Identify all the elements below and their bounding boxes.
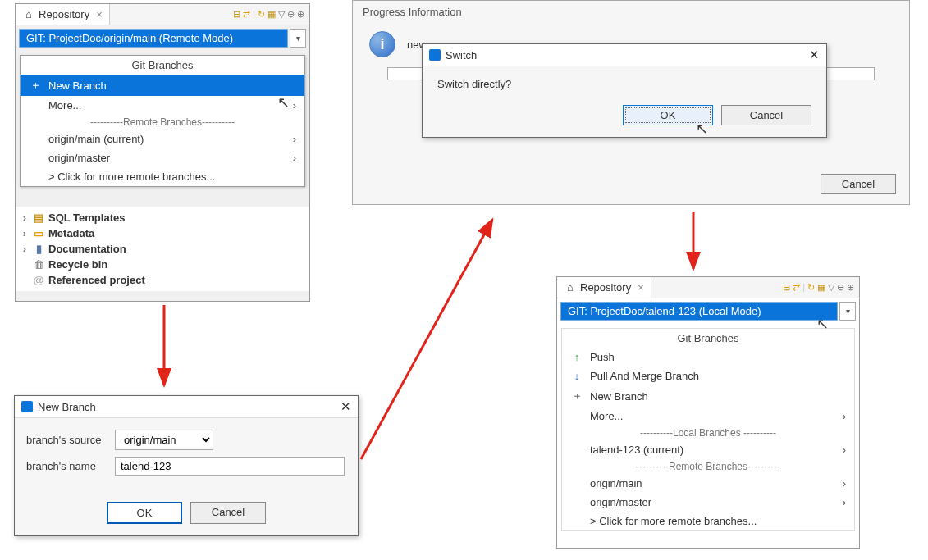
expander-icon[interactable]: › bbox=[21, 243, 29, 255]
git-branches-menu: Git Branches ＋ New Branch More... › ----… bbox=[20, 55, 305, 187]
tab-label: Repository bbox=[580, 281, 631, 294]
tab-bar: ⌂ Repository × ⊟ ⇄ | ↻ ▦ ▽ ⊖ ⊕ bbox=[16, 4, 309, 25]
chevron-right-icon: › bbox=[843, 410, 846, 422]
menu-item-label: origin/main (current) bbox=[48, 133, 144, 145]
tab-repository[interactable]: ⌂ Repository × bbox=[16, 4, 110, 25]
menu-more-remote[interactable]: > Click for more remote branches... bbox=[21, 167, 304, 186]
menu-title: Git Branches bbox=[21, 56, 304, 75]
app-icon bbox=[21, 401, 33, 412]
expander-icon[interactable]: › bbox=[21, 212, 29, 224]
menu-more-remote[interactable]: > Click for more remote branches... bbox=[562, 512, 854, 530]
tree-metadata[interactable]: ›▭Metadata bbox=[16, 225, 309, 241]
info-icon: i bbox=[369, 31, 395, 57]
menu-more[interactable]: More... › bbox=[562, 407, 854, 426]
refresh-icon[interactable]: ↻ bbox=[258, 10, 265, 19]
chevron-right-icon: › bbox=[843, 477, 846, 489]
up-arrow-icon: ↑ bbox=[570, 351, 583, 363]
dropdown-toggle-button[interactable]: ▾ bbox=[839, 302, 856, 321]
link-icon: @ bbox=[32, 274, 45, 286]
menu-new-branch[interactable]: ＋ New Branch bbox=[562, 385, 854, 407]
list-icon[interactable]: ▦ bbox=[267, 10, 276, 19]
remote-branches-header: ----------Remote Branches---------- bbox=[562, 459, 854, 474]
menu-item-label: origin/master bbox=[590, 496, 651, 508]
chevron-right-icon: › bbox=[293, 152, 296, 164]
close-icon[interactable]: ✕ bbox=[341, 399, 351, 414]
progress-title: Progress Information bbox=[353, 1, 909, 23]
maximize-icon[interactable]: ⊕ bbox=[847, 283, 854, 292]
plus-icon: ＋ bbox=[570, 389, 583, 403]
chevron-down-icon: ▾ bbox=[846, 307, 850, 316]
collapse-icon[interactable]: ⊟ bbox=[233, 10, 240, 19]
menu-local-talend-123[interactable]: talend-123 (current) › bbox=[562, 440, 854, 459]
menu-title: Git Branches bbox=[562, 329, 854, 348]
menu-item-label: New Branch bbox=[48, 80, 107, 92]
chevron-down-icon: ▾ bbox=[296, 34, 300, 43]
menu-remote-origin-master[interactable]: origin/master › bbox=[562, 493, 854, 512]
close-icon[interactable]: ✕ bbox=[809, 48, 820, 62]
remote-branches-header: ----------Remote Branches---------- bbox=[21, 115, 304, 130]
branch-name-input[interactable] bbox=[115, 457, 345, 476]
view-menu-icon[interactable]: ▽ bbox=[828, 283, 834, 292]
menu-new-branch[interactable]: ＋ New Branch bbox=[21, 75, 304, 96]
tree-sql-templates[interactable]: ›▤SQL Templates bbox=[16, 210, 309, 225]
view-menu-icon[interactable]: ▽ bbox=[278, 10, 285, 19]
menu-item-label: > Click for more remote branches... bbox=[48, 171, 215, 183]
minimize-icon[interactable]: ⊖ bbox=[287, 10, 295, 19]
maximize-icon[interactable]: ⊕ bbox=[297, 10, 304, 19]
menu-item-label: More... bbox=[48, 99, 81, 112]
source-label: branch's source bbox=[26, 434, 108, 446]
branch-selector[interactable]: GIT: ProjectDoc/origin/main (Remote Mode… bbox=[19, 29, 288, 48]
tab-label: Repository bbox=[39, 8, 89, 20]
dropdown-toggle-button[interactable]: ▾ bbox=[290, 29, 306, 48]
menu-item-label: Pull And Merge Branch bbox=[590, 370, 699, 382]
menu-push[interactable]: ↑ Push bbox=[562, 348, 854, 367]
ok-button[interactable]: OK bbox=[107, 502, 182, 524]
menu-item-label: talend-123 (current) bbox=[590, 444, 683, 456]
switch-dialog: Switch ✕ Switch directly? OK Cancel bbox=[422, 43, 827, 138]
minimize-icon[interactable]: ⊖ bbox=[837, 283, 844, 292]
file-icon: ▤ bbox=[32, 212, 45, 224]
tree-documentation[interactable]: ›▮Documentation bbox=[16, 241, 309, 257]
menu-item-label: origin/master bbox=[48, 152, 110, 164]
expander-icon[interactable]: › bbox=[21, 227, 29, 239]
branch-selector[interactable]: GIT: ProjectDoc/talend-123 (Local Mode) bbox=[560, 302, 838, 321]
progress-cancel-button[interactable]: Cancel bbox=[821, 174, 896, 194]
app-icon bbox=[429, 49, 441, 61]
repository-panel-1: ⌂ Repository × ⊟ ⇄ | ↻ ▦ ▽ ⊖ ⊕ GIT: Proj… bbox=[15, 3, 310, 302]
collapse-icon[interactable]: ⊟ bbox=[783, 283, 790, 292]
tab-tools: ⊟ ⇄ | ↻ ▦ ▽ ⊖ ⊕ bbox=[233, 10, 309, 19]
name-label: branch's name bbox=[26, 460, 108, 472]
svg-line-1 bbox=[361, 220, 492, 459]
menu-remote-origin-master[interactable]: origin/master › bbox=[21, 148, 304, 167]
ok-button[interactable]: OK bbox=[623, 105, 713, 125]
cancel-button[interactable]: Cancel bbox=[190, 502, 266, 524]
menu-more[interactable]: More... › bbox=[21, 96, 304, 115]
sync-icon[interactable]: ⇄ bbox=[243, 10, 250, 19]
menu-remote-origin-main[interactable]: origin/main › bbox=[562, 474, 854, 493]
home-icon: ⌂ bbox=[22, 8, 35, 20]
refresh-icon[interactable]: ↻ bbox=[807, 283, 815, 292]
list-icon[interactable]: ▦ bbox=[817, 283, 825, 292]
menu-pull-merge[interactable]: ↓ Pull And Merge Branch bbox=[562, 367, 854, 385]
dialog-message: Switch directly? bbox=[437, 78, 811, 90]
chevron-right-icon: › bbox=[843, 496, 846, 508]
close-tab-icon[interactable]: × bbox=[638, 281, 644, 294]
menu-item-label: New Branch bbox=[590, 390, 648, 403]
menu-remote-origin-main[interactable]: origin/main (current) › bbox=[21, 130, 304, 148]
trash-icon: 🗑 bbox=[32, 258, 45, 271]
menu-item-label: Push bbox=[590, 351, 615, 363]
dialog-title: New Branch bbox=[38, 401, 96, 413]
book-icon: ▮ bbox=[32, 243, 45, 255]
repository-panel-2: ⌂ Repository × ⊟ ⇄ | ↻ ▦ ▽ ⊖ ⊕ GIT: Proj… bbox=[556, 276, 860, 549]
chevron-right-icon: › bbox=[293, 99, 296, 112]
tree-recycle-bin[interactable]: 🗑Recycle bin bbox=[16, 257, 309, 272]
source-select[interactable]: origin/main bbox=[115, 430, 213, 450]
cancel-button[interactable]: Cancel bbox=[721, 105, 811, 125]
sync-icon[interactable]: ⇄ bbox=[793, 283, 800, 292]
chevron-right-icon: › bbox=[843, 444, 846, 456]
tab-repository[interactable]: ⌂ Repository × bbox=[557, 277, 651, 298]
close-tab-icon[interactable]: × bbox=[96, 8, 103, 20]
chevron-right-icon: › bbox=[293, 133, 296, 145]
tree-referenced-project[interactable]: @Referenced project bbox=[16, 272, 309, 288]
menu-item-label: More... bbox=[590, 410, 623, 422]
